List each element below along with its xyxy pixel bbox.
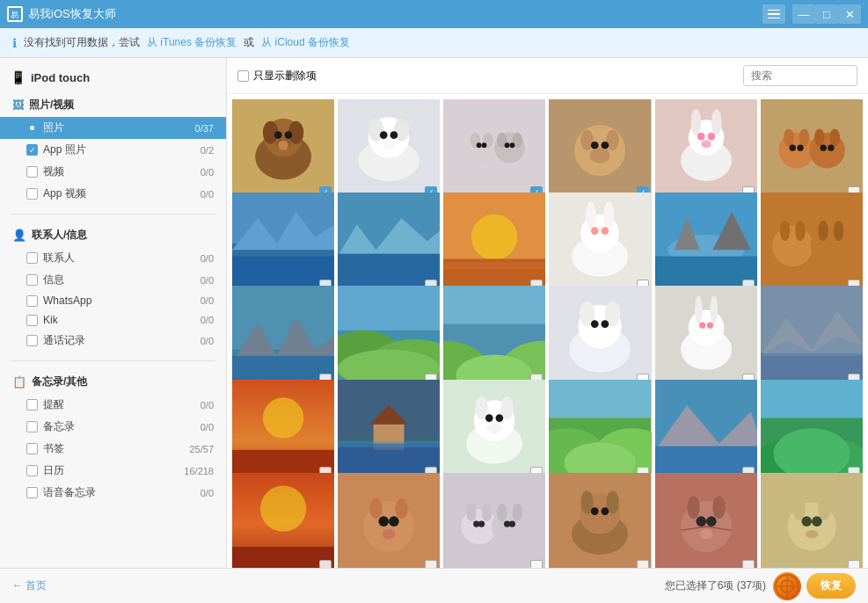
app-photos-checkbox[interactable]: ✓ xyxy=(26,144,38,156)
photo-item[interactable]: ✓ xyxy=(443,99,545,201)
photo-item[interactable] xyxy=(549,286,651,388)
photo-checkbox[interactable] xyxy=(319,560,332,568)
photo-checkbox[interactable] xyxy=(425,560,437,568)
sidebar-item-voice-memo[interactable]: 语音备忘录 0/0 xyxy=(0,482,226,504)
itunes-restore-link[interactable]: 从 iTunes 备份恢复 xyxy=(147,35,237,50)
kik-label: Kik xyxy=(43,314,58,326)
photo-item[interactable] xyxy=(761,286,863,388)
footer: ← 首页 您已选择了6项 (37项) 恢复 xyxy=(0,568,868,603)
photo-item[interactable] xyxy=(232,193,334,294)
photo-item[interactable] xyxy=(761,99,863,201)
photo-checkbox[interactable] xyxy=(530,560,543,568)
photo-item[interactable] xyxy=(761,473,863,568)
divider-1 xyxy=(11,214,215,214)
svg-point-191 xyxy=(792,497,806,519)
video-count: 0/0 xyxy=(201,167,214,178)
menu-button[interactable] xyxy=(762,4,785,24)
device-item[interactable]: 📱 iPod touch xyxy=(0,65,226,90)
voice-memo-count: 0/0 xyxy=(201,488,214,498)
kik-count: 0/0 xyxy=(201,315,214,325)
photo-item[interactable]: ✓ xyxy=(232,99,334,201)
app-video-checkbox[interactable] xyxy=(26,188,38,200)
call-log-checkbox[interactable] xyxy=(26,335,38,346)
photo-item[interactable] xyxy=(549,380,651,482)
show-deleted-checkbox-container[interactable]: 只显示删除项 xyxy=(237,69,317,84)
app-icon: 易 xyxy=(7,6,23,22)
minimize-button[interactable]: — xyxy=(792,4,815,24)
photo-item[interactable] xyxy=(232,380,334,482)
reminders-checkbox[interactable] xyxy=(26,399,38,410)
photo-checkbox[interactable] xyxy=(637,560,649,568)
whatsapp-checkbox[interactable] xyxy=(26,295,38,307)
notes-checkbox[interactable] xyxy=(26,421,38,432)
photo-item[interactable] xyxy=(655,286,757,388)
maximize-button[interactable]: □ xyxy=(815,4,838,24)
svg-point-17 xyxy=(390,131,398,139)
sidebar-item-reminders[interactable]: 提醒 0/0 xyxy=(0,394,226,416)
bookmarks-checkbox[interactable] xyxy=(26,443,38,454)
photo-item[interactable] xyxy=(232,286,334,388)
photo-item[interactable] xyxy=(761,193,863,294)
sidebar-item-call-log[interactable]: 通话记录 0/0 xyxy=(0,330,226,352)
svg-text:易: 易 xyxy=(11,11,18,19)
notes-category-icon: 📋 xyxy=(12,375,26,389)
footer-status: 您已选择了6项 (37项) 恢复 xyxy=(665,572,856,600)
photo-item[interactable] xyxy=(655,380,757,482)
photo-item[interactable] xyxy=(549,193,651,294)
svg-point-88 xyxy=(818,221,828,241)
sidebar-item-notes[interactable]: 备忘录 0/0 xyxy=(0,416,226,438)
svg-point-158 xyxy=(396,498,409,519)
voice-memo-checkbox[interactable] xyxy=(26,487,38,498)
photo-item[interactable] xyxy=(655,99,757,201)
sidebar-item-video[interactable]: 视频 0/0 xyxy=(0,161,226,183)
sidebar-item-calendar[interactable]: 日历 16/218 xyxy=(0,460,226,482)
app-video-count: 0/0 xyxy=(201,189,214,200)
photo-item[interactable] xyxy=(338,286,440,388)
photo-item[interactable] xyxy=(655,193,757,294)
search-input[interactable] xyxy=(743,65,857,86)
sidebar-item-bookmarks[interactable]: 书签 25/57 xyxy=(0,438,226,460)
icloud-restore-link[interactable]: 从 iCloud 备份恢复 xyxy=(261,35,350,50)
messages-checkbox[interactable] xyxy=(26,274,38,286)
photo-checkbox[interactable] xyxy=(742,560,755,568)
video-checkbox[interactable] xyxy=(26,166,38,178)
contacts-checkbox[interactable] xyxy=(26,252,38,264)
sidebar-item-app-video[interactable]: App 视频 0/0 xyxy=(0,183,226,205)
sidebar-item-contacts[interactable]: 联系人 0/0 xyxy=(0,247,226,269)
photo-checkbox[interactable] xyxy=(848,560,860,568)
sidebar-item-kik[interactable]: Kik 0/0 xyxy=(0,310,226,330)
photo-item[interactable] xyxy=(338,380,440,482)
svg-point-8 xyxy=(285,131,293,139)
photo-item[interactable] xyxy=(443,473,545,568)
sidebar-item-photos[interactable]: 照片 0/37 xyxy=(0,117,226,139)
photos-radio[interactable] xyxy=(26,122,38,134)
photo-item[interactable] xyxy=(338,473,440,568)
kik-checkbox[interactable] xyxy=(26,315,38,326)
sidebar-item-whatsapp[interactable]: WhatsApp 0/0 xyxy=(0,291,226,310)
recover-button[interactable]: 恢复 xyxy=(806,573,856,599)
photo-item[interactable] xyxy=(549,473,651,568)
calendar-checkbox[interactable] xyxy=(26,465,38,476)
svg-point-153 xyxy=(260,485,306,531)
home-button[interactable]: ← 首页 xyxy=(12,578,47,593)
photo-item[interactable]: ✓ xyxy=(549,99,651,201)
photo-item[interactable] xyxy=(232,473,334,568)
show-deleted-checkbox[interactable] xyxy=(237,70,249,82)
contacts-count: 0/0 xyxy=(201,253,214,264)
photo-item[interactable] xyxy=(338,193,440,294)
close-button[interactable]: ✕ xyxy=(838,4,861,24)
svg-point-134 xyxy=(476,396,489,418)
photo-item[interactable] xyxy=(443,193,545,294)
photo-item[interactable] xyxy=(443,286,545,388)
photo-item[interactable] xyxy=(443,380,545,482)
photo-item[interactable] xyxy=(761,380,863,482)
photo-item[interactable] xyxy=(655,473,757,568)
sidebar-item-app-photos[interactable]: ✓ App 照片 0/2 xyxy=(0,139,226,161)
svg-point-185 xyxy=(706,516,717,527)
svg-point-186 xyxy=(699,529,712,540)
sidebar-item-messages[interactable]: 信息 0/0 xyxy=(0,269,226,291)
svg-point-74 xyxy=(604,201,615,229)
svg-point-48 xyxy=(784,128,794,146)
svg-rect-100 xyxy=(443,286,545,324)
photo-item[interactable]: ✓ xyxy=(338,99,440,201)
